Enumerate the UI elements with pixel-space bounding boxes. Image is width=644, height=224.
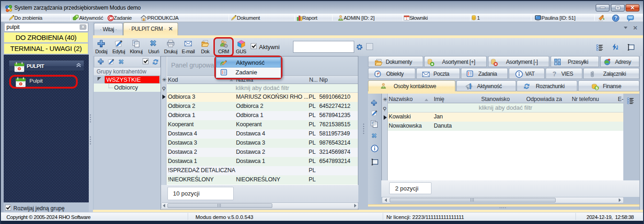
svg-text:1: 1 [406,17,408,20]
svg-text:?: ? [552,70,556,78]
svg-text:$: $ [596,86,598,90]
svg-text:?: ? [614,16,617,21]
